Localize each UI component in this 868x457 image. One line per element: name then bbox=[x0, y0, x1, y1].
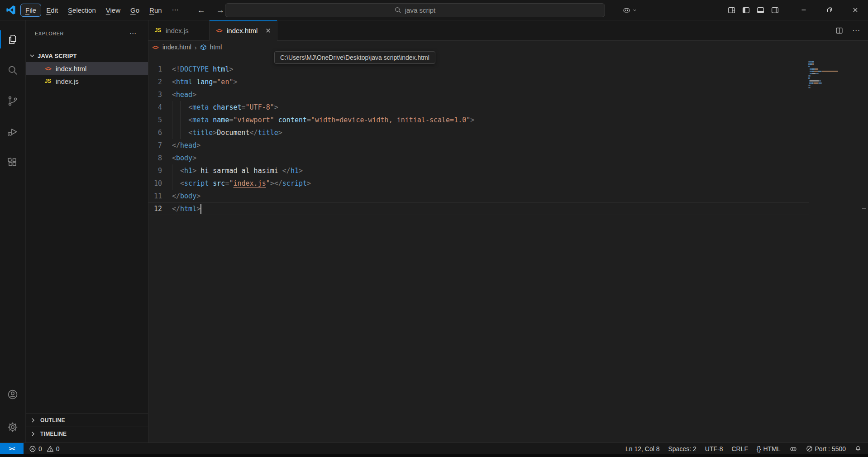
outline-section[interactable]: OUTLINE bbox=[26, 413, 148, 427]
split-editor-icon[interactable] bbox=[835, 27, 843, 34]
activitybar-extensions[interactable] bbox=[0, 147, 25, 178]
minimize-button[interactable] bbox=[791, 0, 816, 20]
code-line[interactable]: 3<head> bbox=[148, 88, 809, 101]
code-line[interactable]: 9 <h1> hi sarmad al hasimi </h1> bbox=[148, 164, 809, 177]
line-content: <meta charset="UTF-8"> bbox=[172, 101, 278, 114]
activitybar-accounts[interactable] bbox=[0, 381, 25, 412]
line-number: 12 bbox=[148, 202, 162, 215]
explorer-more-actions-icon[interactable]: ⋯ bbox=[129, 29, 136, 38]
html-file-icon: <> bbox=[151, 44, 159, 51]
close-tab-button[interactable] bbox=[265, 27, 272, 34]
activitybar-explorer[interactable] bbox=[0, 24, 25, 55]
tab-index-js[interactable]: JS index.js bbox=[148, 20, 210, 40]
line-content: <body> bbox=[172, 152, 196, 164]
toggle-secondary-sidebar-icon[interactable] bbox=[771, 6, 779, 14]
line-content: <meta name="viewport" content="width=dev… bbox=[172, 114, 474, 126]
symbol-cube-icon bbox=[200, 44, 207, 51]
minimap[interactable] bbox=[808, 61, 842, 89]
copilot-menu[interactable] bbox=[622, 6, 637, 14]
minimap-line bbox=[808, 63, 842, 65]
code-line[interactable]: 11</body> bbox=[148, 190, 809, 202]
live-server-port[interactable]: Port : 5500 bbox=[806, 445, 846, 452]
chevron-down-icon bbox=[29, 52, 36, 59]
customize-layout-icon[interactable] bbox=[728, 6, 735, 14]
file-label: index.html bbox=[56, 65, 86, 72]
run-debug-icon bbox=[7, 126, 19, 138]
warning-triangle-icon bbox=[47, 445, 54, 452]
breadcrumb: <> index.html › html bbox=[148, 41, 868, 53]
language-mode[interactable]: {} HTML bbox=[757, 445, 780, 452]
code-editor[interactable]: 1<!DOCTYPE html>2<html lang="en">3<head>… bbox=[148, 63, 809, 215]
file-index-js[interactable]: JS index.js bbox=[26, 75, 148, 87]
close-icon bbox=[265, 27, 272, 34]
cursor-position[interactable]: Ln 12, Col 8 bbox=[625, 445, 660, 452]
breadcrumb-symbol[interactable]: html bbox=[210, 43, 222, 51]
eol-sequence[interactable]: CRLF bbox=[731, 445, 748, 452]
menu-view[interactable]: View bbox=[101, 4, 125, 17]
error-count: 0 bbox=[38, 445, 42, 452]
activitybar-run-debug[interactable] bbox=[0, 116, 25, 147]
problems-status[interactable]: 0 0 bbox=[29, 445, 60, 452]
minimap-line bbox=[808, 68, 842, 70]
search-box[interactable]: java script bbox=[225, 3, 605, 17]
back-arrow-icon[interactable]: ← bbox=[197, 5, 205, 15]
files-icon bbox=[7, 34, 19, 45]
code-line[interactable]: 12</html> bbox=[148, 202, 809, 215]
menu-selection[interactable]: Selection bbox=[63, 4, 101, 17]
explorer-sidebar: EXPLORER ⋯ JAVA SCRIPT <> index.html JS … bbox=[26, 20, 148, 443]
timeline-label: TIMELINE bbox=[40, 431, 67, 437]
breadcrumb-file[interactable]: index.html bbox=[162, 43, 191, 51]
bell-icon[interactable] bbox=[854, 445, 862, 452]
remote-indicator[interactable]: >< bbox=[0, 443, 24, 454]
menu-go[interactable]: Go bbox=[125, 4, 144, 17]
code-line[interactable]: 4 <meta charset="UTF-8"> bbox=[148, 101, 809, 114]
text-cursor bbox=[200, 204, 201, 214]
editor-more-actions-icon[interactable]: ⋯ bbox=[852, 26, 860, 35]
activitybar-search[interactable] bbox=[0, 55, 25, 86]
folder-java-script[interactable]: JAVA SCRIPT bbox=[26, 49, 148, 62]
tab-label: index.html bbox=[227, 27, 258, 34]
code-line[interactable]: 1<!DOCTYPE html> bbox=[148, 63, 809, 76]
line-content: </head> bbox=[172, 139, 200, 152]
menu-more-icon[interactable]: ⋯ bbox=[167, 3, 184, 17]
code-line[interactable]: 8<body> bbox=[148, 152, 809, 164]
forward-arrow-icon[interactable]: → bbox=[216, 5, 224, 15]
toggle-primary-sidebar-icon[interactable] bbox=[742, 6, 750, 14]
line-number: 3 bbox=[148, 88, 162, 101]
layout-controls bbox=[728, 6, 779, 14]
outline-label: OUTLINE bbox=[40, 417, 65, 423]
indent-guide bbox=[172, 114, 172, 126]
indent-guide bbox=[172, 164, 172, 177]
tab-path-tooltip: C:\Users\MJ\OneDrive\Desktop\java script… bbox=[274, 51, 435, 64]
code-line[interactable]: 7</head> bbox=[148, 139, 809, 152]
close-icon bbox=[852, 6, 859, 14]
menu-edit[interactable]: Edit bbox=[41, 4, 63, 17]
timeline-section[interactable]: TIMELINE bbox=[26, 427, 148, 440]
indentation[interactable]: Spaces: 2 bbox=[668, 445, 696, 452]
line-content: <head> bbox=[172, 88, 196, 101]
close-window-button[interactable] bbox=[842, 0, 868, 20]
line-content: </body> bbox=[172, 190, 200, 202]
window-bottom-edge bbox=[0, 454, 868, 457]
tab-index-html[interactable]: <> index.html bbox=[210, 20, 277, 41]
line-number: 9 bbox=[148, 164, 162, 177]
code-line[interactable]: 6 <title>Document</title> bbox=[148, 126, 809, 139]
minimap-line bbox=[808, 82, 842, 84]
file-index-html[interactable]: <> index.html bbox=[26, 62, 148, 75]
activitybar-source-control[interactable] bbox=[0, 86, 25, 116]
restore-button[interactable] bbox=[816, 0, 842, 20]
copilot-status-icon[interactable] bbox=[789, 445, 797, 453]
toggle-panel-icon[interactable] bbox=[757, 6, 764, 14]
activitybar-settings[interactable] bbox=[0, 412, 25, 443]
minimap-line bbox=[808, 75, 842, 77]
status-bar: >< 0 0 Ln 12, Col 8 Spaces: 2 UTF-8 CRLF… bbox=[0, 443, 868, 454]
menu-file[interactable]: File bbox=[20, 4, 41, 17]
menu-run[interactable]: Run bbox=[144, 4, 167, 17]
minimap-line bbox=[808, 87, 842, 88]
minimap-line bbox=[808, 71, 842, 72]
code-line[interactable]: 5 <meta name="viewport" content="width=d… bbox=[148, 114, 809, 126]
line-number: 4 bbox=[148, 101, 162, 114]
code-line[interactable]: 10 <script src="index.js"></script> bbox=[148, 177, 809, 190]
encoding[interactable]: UTF-8 bbox=[705, 445, 723, 452]
code-line[interactable]: 2<html lang="en"> bbox=[148, 76, 809, 88]
